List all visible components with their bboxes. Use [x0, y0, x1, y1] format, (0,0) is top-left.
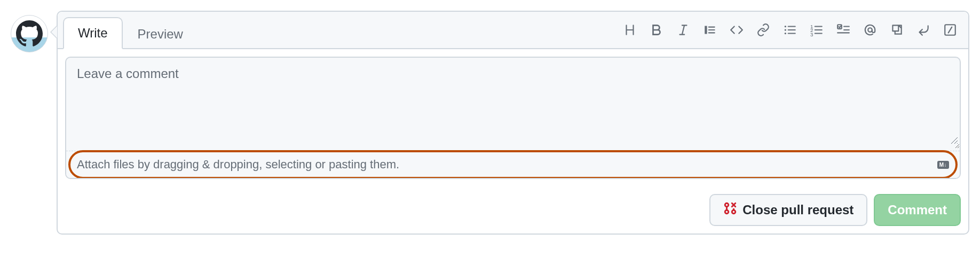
- comment-button[interactable]: Comment: [874, 194, 961, 226]
- slash-icon[interactable]: [943, 22, 958, 37]
- cross-reference-icon[interactable]: [889, 22, 904, 37]
- close-pull-request-button[interactable]: Close pull request: [709, 194, 867, 226]
- attach-bar[interactable]: Attach files by dragging & dropping, sel…: [66, 151, 960, 178]
- svg-point-9: [725, 203, 729, 207]
- markdown-icon[interactable]: M↓: [937, 161, 949, 169]
- quote-icon[interactable]: [702, 22, 717, 37]
- task-list-icon[interactable]: [836, 22, 851, 37]
- git-pull-request-closed-icon: [723, 201, 737, 219]
- mention-icon[interactable]: [863, 22, 878, 37]
- svg-point-1: [785, 29, 786, 30]
- svg-point-11: [732, 210, 736, 214]
- tab-write[interactable]: Write: [63, 17, 123, 49]
- comment-button-label: Comment: [888, 203, 947, 217]
- svg-text:3: 3: [810, 32, 813, 37]
- svg-point-7: [868, 28, 872, 32]
- tab-preview[interactable]: Preview: [123, 18, 198, 49]
- link-icon[interactable]: [756, 22, 771, 37]
- svg-point-0: [785, 26, 786, 27]
- heading-icon[interactable]: [622, 22, 637, 37]
- bold-icon[interactable]: [649, 22, 664, 37]
- toolbar: 123: [618, 17, 962, 43]
- reply-icon[interactable]: [916, 22, 931, 37]
- avatar[interactable]: [11, 15, 48, 52]
- bullet-list-icon[interactable]: [783, 22, 797, 37]
- tabs: Write Preview: [63, 17, 198, 49]
- close-button-label: Close pull request: [742, 203, 853, 217]
- svg-point-10: [725, 210, 729, 214]
- comment-composer: Write Preview: [57, 11, 969, 235]
- comment-input[interactable]: [66, 58, 960, 149]
- attach-hint-text: Attach files by dragging & dropping, sel…: [77, 158, 399, 172]
- actions-bar: Close pull request Comment: [58, 186, 968, 234]
- comment-body: Attach files by dragging & dropping, sel…: [58, 49, 968, 186]
- numbered-list-icon[interactable]: 123: [809, 22, 824, 37]
- svg-point-2: [785, 33, 786, 34]
- code-icon[interactable]: [729, 22, 744, 37]
- comment-header: Write Preview: [58, 12, 968, 49]
- italic-icon[interactable]: [676, 22, 691, 37]
